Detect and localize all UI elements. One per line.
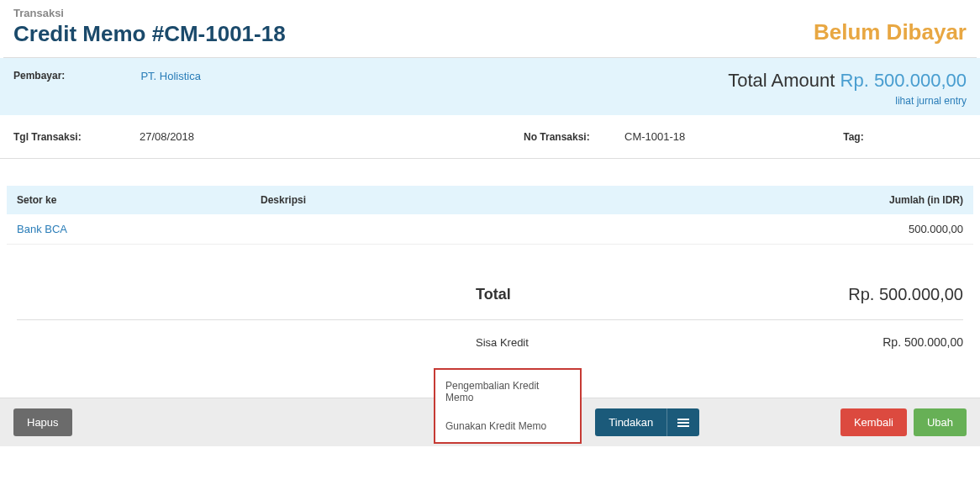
- tag-label: Tag:: [843, 131, 877, 143]
- payer-link[interactable]: PT. Holistica: [140, 70, 201, 82]
- tgl-transaksi-label: Tgl Transaksi:: [13, 131, 140, 143]
- no-transaksi-label: No Transaksi:: [524, 131, 624, 143]
- total-label: Total: [476, 286, 644, 303]
- sisa-kredit-label: Sisa Kredit: [476, 336, 644, 349]
- total-amount-value: Rp. 500.000,00: [840, 70, 967, 91]
- table-row: Bank BCA 500.000,00: [7, 214, 973, 245]
- status-badge: Belum Dibayar: [814, 19, 967, 47]
- dropdown-item-pengembalian[interactable]: Pengembalian Kredit Memo: [435, 371, 580, 412]
- dropdown-item-gunakan[interactable]: Gunakan Kredit Memo: [435, 412, 580, 440]
- no-transaksi-value: CM-1001-18: [624, 130, 685, 143]
- payer-label: Pembayar:: [13, 70, 65, 82]
- total-value: Rp. 500.000,00: [795, 285, 963, 304]
- row-desk: [261, 223, 795, 235]
- tindakan-button[interactable]: Tindakan: [595, 408, 667, 436]
- ubah-button[interactable]: Ubah: [914, 408, 967, 436]
- tgl-transaksi-value: 27/08/2018: [140, 130, 194, 143]
- hapus-button[interactable]: Hapus: [13, 408, 72, 436]
- row-jumlah: 500.000,00: [795, 223, 963, 235]
- kembali-button[interactable]: Kembali: [840, 408, 907, 436]
- total-amount-label: Total Amount: [728, 70, 835, 91]
- tindakan-menu-button[interactable]: [667, 408, 699, 436]
- tindakan-dropdown: Pengembalian Kredit Memo Gunakan Kredit …: [434, 368, 582, 444]
- col-header-deskripsi: Deskripsi: [261, 194, 795, 206]
- sisa-kredit-value: Rp. 500.000,00: [795, 335, 963, 349]
- col-header-setor: Setor ke: [17, 194, 261, 206]
- journal-entry-link[interactable]: lihat jurnal entry: [728, 95, 967, 107]
- col-header-jumlah: Jumlah (in IDR): [795, 194, 963, 206]
- page-title: Credit Memo #CM-1001-18: [13, 21, 286, 47]
- row-setor-link[interactable]: Bank BCA: [17, 223, 261, 235]
- menu-icon: [677, 419, 689, 427]
- breadcrumb: Transaksi: [13, 7, 286, 19]
